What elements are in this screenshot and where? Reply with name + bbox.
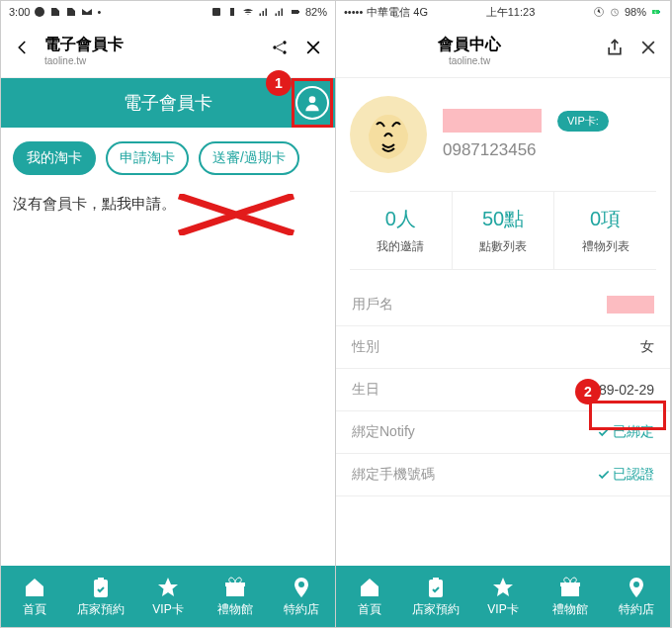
bottom-nav: 首頁 店家預約 VIP卡 禮物館 特約店 xyxy=(1,566,335,627)
stat-invites[interactable]: 0人 我的邀請 xyxy=(350,192,453,269)
row-birthday-value: 1989-02-29 xyxy=(583,382,654,398)
nav-shop[interactable]: 特約店 xyxy=(603,566,670,627)
evernote-icon xyxy=(49,6,61,18)
share-button[interactable] xyxy=(268,38,292,62)
chevron-left-icon xyxy=(14,39,32,56)
star-icon xyxy=(156,576,180,599)
row-gender[interactable]: 性別 女 xyxy=(336,326,670,369)
svg-rect-3 xyxy=(292,10,298,14)
stat-points[interactable]: 50點 點數列表 xyxy=(453,192,555,269)
nav-gift[interactable]: 禮物館 xyxy=(202,566,269,627)
status-battery: 82% xyxy=(305,6,327,18)
nav-booking-label: 店家預約 xyxy=(77,601,125,618)
more-dots: • xyxy=(97,6,101,18)
svg-rect-2 xyxy=(230,8,234,16)
avatar-face-icon xyxy=(359,105,418,164)
star-icon xyxy=(491,576,515,599)
row-notify[interactable]: 綁定Notify 已綁定 xyxy=(336,411,670,454)
stat-points-value: 50點 xyxy=(457,206,550,232)
stat-invites-value: 0人 xyxy=(354,206,448,232)
check-icon xyxy=(597,468,611,482)
check-icon xyxy=(597,425,611,439)
row-notify-status: 已綁定 xyxy=(597,423,654,441)
page-subtitle: taoline.tw xyxy=(44,55,258,66)
nav-gift-label: 禮物館 xyxy=(217,601,253,618)
row-username[interactable]: 用戶名 xyxy=(336,284,670,326)
profile-button[interactable] xyxy=(295,86,329,120)
stat-gifts[interactable]: 0項 禮物列表 xyxy=(554,192,656,269)
svg-point-7 xyxy=(283,50,286,53)
tab-my-cards[interactable]: 我的淘卡 xyxy=(13,141,96,175)
gift-icon xyxy=(558,576,582,599)
row-birthday[interactable]: 生日 1989-02-29 xyxy=(336,369,670,411)
fb-icon xyxy=(34,6,45,18)
signal-icon xyxy=(274,6,286,18)
teal-title-text: 電子會員卡 xyxy=(124,91,212,115)
stat-invites-label: 我的邀請 xyxy=(354,238,448,255)
nav-home[interactable]: 首頁 xyxy=(1,566,68,627)
row-phone-bind-label: 綁定手機號碼 xyxy=(352,466,435,484)
row-gender-value: 女 xyxy=(640,338,654,356)
nav-gift[interactable]: 禮物館 xyxy=(537,566,604,627)
tab-pills: 我的淘卡 申請淘卡 送審/過期卡 xyxy=(1,128,335,189)
teal-title-bar: 電子會員卡 xyxy=(1,78,335,128)
status-time: 上午11:23 xyxy=(486,5,536,20)
export-button[interactable] xyxy=(603,38,627,62)
nav-home[interactable]: 首頁 xyxy=(336,566,403,627)
app-header-left: 電子會員卡 taoline.tw xyxy=(1,23,335,78)
row-username-value-redacted xyxy=(607,296,654,314)
share-icon xyxy=(270,38,290,57)
person-icon xyxy=(302,93,322,113)
svg-point-22 xyxy=(633,582,639,587)
gift-icon xyxy=(223,576,247,599)
page-title: 電子會員卡 xyxy=(44,35,258,55)
status-carrier: 中華電信 4G xyxy=(367,5,428,20)
status-bar-left: 3:00 • 82% xyxy=(1,1,335,23)
stat-gifts-value: 0項 xyxy=(558,206,652,232)
nav-booking[interactable]: 店家預約 xyxy=(68,566,135,627)
empty-message[interactable]: 沒有會員卡，點我申請。 xyxy=(1,189,335,220)
row-notify-label: 綁定Notify xyxy=(352,423,415,441)
export-icon xyxy=(605,38,625,57)
back-button[interactable] xyxy=(11,39,35,61)
clipboard-icon xyxy=(424,576,448,599)
svg-point-13 xyxy=(298,582,304,587)
row-phone-bind[interactable]: 綁定手機號碼 已認證 xyxy=(336,454,670,496)
nav-home-label: 首頁 xyxy=(358,601,381,618)
tab-review-card[interactable]: 送審/過期卡 xyxy=(199,141,299,175)
nav-shop-label: 特約店 xyxy=(284,601,319,618)
svg-point-5 xyxy=(273,45,276,48)
tab-apply-card[interactable]: 申請淘卡 xyxy=(106,141,189,175)
avatar[interactable] xyxy=(350,96,427,173)
nav-vip[interactable]: VIP卡 xyxy=(134,566,202,627)
compass-icon xyxy=(593,6,605,18)
stat-points-label: 點數列表 xyxy=(457,238,550,255)
svg-rect-19 xyxy=(433,578,439,582)
evernote-icon xyxy=(65,6,77,18)
close-icon xyxy=(303,38,323,57)
nav-shop[interactable]: 特約店 xyxy=(268,566,335,627)
nav-vip-label: VIP卡 xyxy=(487,601,518,618)
nav-booking-label: 店家預約 xyxy=(412,601,460,618)
profile-block: VIP卡: 0987123456 xyxy=(336,78,670,191)
close-button[interactable] xyxy=(636,38,660,62)
left-phone: 3:00 • 82% 電子會員卡 taoline.tw xyxy=(1,1,336,627)
row-phone-bind-status: 已認證 xyxy=(597,466,654,484)
vibrate-icon xyxy=(226,6,238,18)
svg-point-8 xyxy=(309,96,316,103)
nav-booking[interactable]: 店家預約 xyxy=(403,566,470,627)
nav-gift-label: 禮物館 xyxy=(552,601,588,618)
nav-vip[interactable]: VIP卡 xyxy=(469,566,537,627)
page-subtitle: taoline.tw xyxy=(346,55,593,66)
nav-vip-label: VIP卡 xyxy=(152,601,183,618)
status-time: 3:00 xyxy=(9,6,30,18)
vip-badge[interactable]: VIP卡: xyxy=(557,111,609,132)
status-bar-right: ••••• 中華電信 4G 上午11:23 98% xyxy=(336,1,670,23)
row-birthday-label: 生日 xyxy=(352,381,379,399)
phone-number: 0987123456 xyxy=(443,140,656,160)
signal-dots: ••••• xyxy=(344,6,363,18)
nav-shop-label: 特約店 xyxy=(619,601,654,618)
close-button[interactable] xyxy=(301,38,325,62)
app-header-right: 會員中心 taoline.tw xyxy=(336,23,670,78)
stats-row: 0人 我的邀請 50點 點數列表 0項 禮物列表 xyxy=(350,191,656,270)
